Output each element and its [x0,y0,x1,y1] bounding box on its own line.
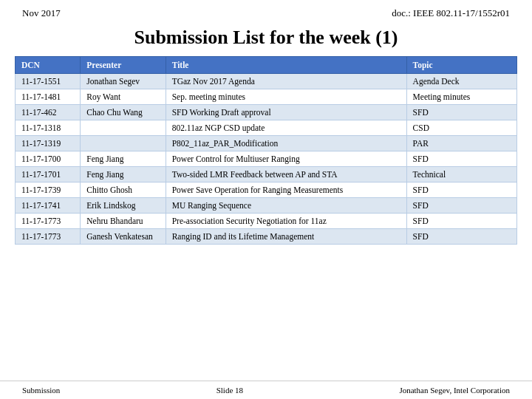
cell-topic: CSD [406,120,516,136]
col-header-dcn: DCN [16,57,81,74]
cell-presenter [81,136,166,151]
footer-left: Submission [22,386,60,395]
cell-title: Power Save Operation for Ranging Measure… [166,183,406,198]
cell-dcn: 11-17-1551 [16,74,81,89]
cell-presenter: Ganesh Venkatesan [81,229,166,245]
cell-title: Two-sided LMR Feedback between AP and ST… [166,167,406,183]
cell-dcn: 11-17-1773 [16,214,81,229]
cell-title: Pre-association Security Negotiation for… [166,214,406,229]
cell-dcn: 11-17-1318 [16,120,81,136]
cell-topic: SFD [406,105,516,120]
submission-table-container: DCN Presenter Title Topic 11-17-1551Jona… [0,56,532,245]
col-header-topic: Topic [406,57,516,74]
cell-presenter: Feng Jiang [81,151,166,167]
cell-presenter: Chao Chu Wang [81,105,166,120]
cell-topic: SFD [406,151,516,167]
table-row: 11-17-1773Ganesh VenkatesanRanging ID an… [16,229,517,245]
cell-topic: SFD [406,198,516,214]
cell-title: Sep. meeting minutes [166,89,406,105]
cell-presenter: Chitto Ghosh [81,183,166,198]
table-row: 11-17-1551Jonathan SegevTGaz Nov 2017 Ag… [16,74,517,89]
cell-dcn: 11-17-1700 [16,151,81,167]
cell-dcn: 11-17-1481 [16,89,81,105]
cell-presenter [81,120,166,136]
cell-title: Ranging ID and its Lifetime Management [166,229,406,245]
table-row: 11-17-1700Feng JiangPower Control for Mu… [16,151,517,167]
table-row: 11-17-1319P802_11az_PAR_ModificationPAR [16,136,517,151]
table-row: 11-17-1481Roy WantSep. meeting minutesMe… [16,89,517,105]
cell-topic: SFD [406,183,516,198]
table-row: 11-17-1701Feng JiangTwo-sided LMR Feedba… [16,167,517,183]
submission-table: DCN Presenter Title Topic 11-17-1551Jona… [15,56,517,245]
cell-title: SFD Working Draft approval [166,105,406,120]
header-doc: doc.: IEEE 802.11-17/1552r01 [392,7,510,19]
cell-topic: SFD [406,214,516,229]
cell-topic: SFD [406,229,516,245]
cell-presenter: Roy Want [81,89,166,105]
page-title: Submission List for the week (1) [0,22,532,56]
cell-dcn: 11-17-1701 [16,167,81,183]
cell-title: MU Ranging Sequence [166,198,406,214]
cell-title: 802.11az NGP CSD update [166,120,406,136]
cell-topic: PAR [406,136,516,151]
cell-topic: Meeting minutes [406,89,516,105]
cell-presenter: Jonathan Segev [81,74,166,89]
table-row: 11-17-1739Chitto GhoshPower Save Operati… [16,183,517,198]
col-header-title: Title [166,57,406,74]
table-row: 11-17-462Chao Chu WangSFD Working Draft … [16,105,517,120]
cell-dcn: 11-17-1319 [16,136,81,151]
footer-center: Slide 18 [216,386,243,395]
cell-topic: Agenda Deck [406,74,516,89]
table-row: 11-17-1773Nehru BhandaruPre-association … [16,214,517,229]
cell-presenter: Nehru Bhandaru [81,214,166,229]
cell-title: P802_11az_PAR_Modification [166,136,406,151]
cell-title: Power Control for Multiuser Ranging [166,151,406,167]
col-header-presenter: Presenter [81,57,166,74]
footer-right: Jonathan Segev, Intel Corporation [399,386,510,395]
cell-title: TGaz Nov 2017 Agenda [166,74,406,89]
cell-dcn: 11-17-1773 [16,229,81,245]
cell-topic: Technical [406,167,516,183]
table-row: 11-17-1741Erik LindskogMU Ranging Sequen… [16,198,517,214]
header-date: Nov 2017 [22,7,61,19]
cell-presenter: Erik Lindskog [81,198,166,214]
cell-dcn: 11-17-462 [16,105,81,120]
cell-dcn: 11-17-1739 [16,183,81,198]
cell-dcn: 11-17-1741 [16,198,81,214]
table-row: 11-17-1318802.11az NGP CSD updateCSD [16,120,517,136]
cell-presenter: Feng Jiang [81,167,166,183]
